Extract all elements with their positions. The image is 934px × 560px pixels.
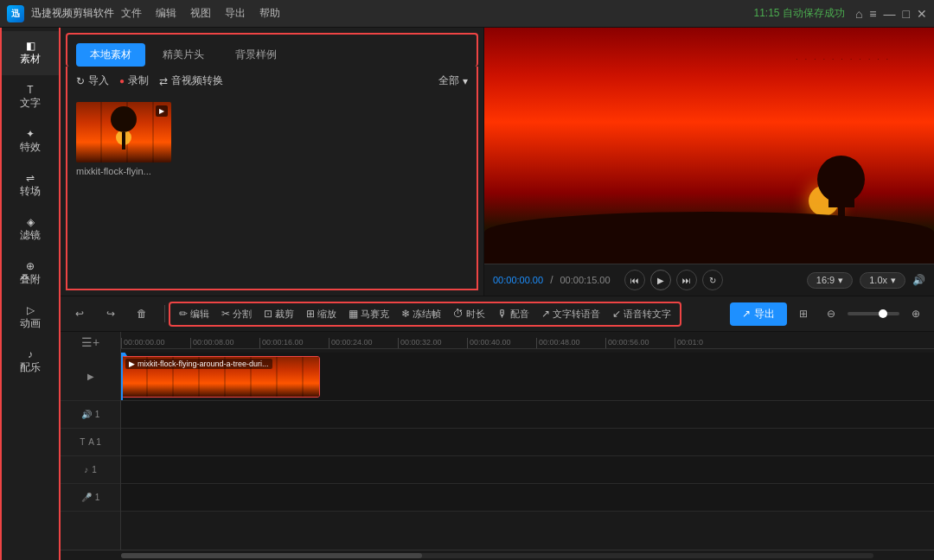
media-clip-item[interactable]: mixkit-flock-flyin... xyxy=(76,102,171,176)
sidebar-icon-overlay: ⊕ xyxy=(5,260,55,272)
preview-video: . . . . . . . . . . . xyxy=(484,28,934,264)
sidebar-item-overlay[interactable]: ⊕ 叠附 xyxy=(2,251,59,296)
logo-text: 迅 xyxy=(11,8,20,20)
menu-edit[interactable]: 编辑 xyxy=(156,6,176,21)
tab-background[interactable]: 背景样例 xyxy=(221,43,291,67)
video-clip[interactable]: ▶ mixkit-flock-flying-around-a-tree-duri… xyxy=(121,356,320,398)
delete-button[interactable]: 🗑 xyxy=(130,302,154,326)
music-track-label: 1 xyxy=(92,465,97,474)
sidebar-item-media[interactable]: ◧ 素材 xyxy=(2,31,59,75)
media-toolbar: ↻ 导入 ● 录制 ⇄ 音视频转换 全部 ▾ xyxy=(66,67,478,95)
mask-button[interactable]: ▦ 马赛克 xyxy=(343,305,394,323)
text-to-speech-button[interactable]: ↗ 文字转语音 xyxy=(536,305,605,323)
volume-button[interactable]: 🔊 xyxy=(912,274,925,286)
scale-icon: ⊞ xyxy=(306,308,315,320)
sidebar-item-transition[interactable]: ⇌ 转场 xyxy=(2,163,59,207)
tab-local-media[interactable]: 本地素材 xyxy=(76,43,145,67)
ruler-mark-6: 00:00:48.00 xyxy=(536,338,605,348)
clip-name-label: ▶ mixkit-flock-flying-around-a-tree-duri… xyxy=(125,359,272,369)
sidebar-item-music[interactable]: ♪ 配乐 xyxy=(2,340,59,384)
titlebar: 迅 迅捷视频剪辑软件 文件 编辑 视图 导出 帮助 11:15 自动保存成功 ⌂… xyxy=(0,0,934,28)
duration-button[interactable]: ⏱ 时长 xyxy=(448,305,490,323)
video-track-icon: ▶ xyxy=(87,372,94,381)
sidebar-item-filter[interactable]: ◈ 滤镜 xyxy=(2,207,59,251)
convert-icon: ⇄ xyxy=(159,75,168,87)
aspect-ratio-button[interactable]: 16:9 ▾ xyxy=(807,272,853,289)
menu-icon[interactable]: ≡ xyxy=(869,7,876,21)
record-button[interactable]: ● 录制 xyxy=(119,73,149,88)
convert-button[interactable]: ⇄ 音视频转换 xyxy=(159,73,223,88)
maximize-icon[interactable]: □ xyxy=(903,7,910,21)
sidebar-item-text[interactable]: T 文字 xyxy=(2,75,59,119)
fullscreen-button[interactable]: ⊞ xyxy=(792,302,815,325)
close-icon[interactable]: ✕ xyxy=(917,7,927,21)
time-separator: / xyxy=(550,274,553,286)
export-button[interactable]: ↗ 导出 xyxy=(730,302,787,326)
menu-file[interactable]: 文件 xyxy=(121,6,142,21)
voice-track-icon: 🎤 xyxy=(81,493,92,502)
text-track-label: A 1 xyxy=(88,437,100,447)
zoom-out-icon[interactable]: ⊖ xyxy=(820,302,842,325)
total-time: 00:00:15.00 xyxy=(560,275,610,285)
menu-export[interactable]: 导出 xyxy=(225,6,246,21)
timeline-scrollbar[interactable] xyxy=(61,550,934,560)
audio-icon: 🎙 xyxy=(497,308,508,320)
menu-view[interactable]: 视图 xyxy=(190,6,211,21)
play-button[interactable]: ▶ xyxy=(650,270,671,290)
redo-button[interactable]: ↪ xyxy=(99,302,123,326)
hill-graphic xyxy=(484,212,934,264)
audio-button[interactable]: 🎙 配音 xyxy=(492,305,534,323)
add-track-button[interactable]: ☰+ xyxy=(81,335,99,349)
audio1-label: 1 xyxy=(95,410,100,419)
tree-graphic xyxy=(111,119,137,154)
tab-premium-intro[interactable]: 精美片头 xyxy=(149,43,218,67)
edit-icon: ✏ xyxy=(179,308,188,320)
menu-help[interactable]: 帮助 xyxy=(259,6,280,21)
media-panel: 本地素材 精美片头 背景样例 ↻ 导入 ● 录制 ⇄ 音视频转换 xyxy=(61,28,484,296)
birds-graphic: . . . . . . . . . . . xyxy=(796,54,891,61)
edit-button[interactable]: ✏ 编辑 xyxy=(174,305,214,323)
track-label-text: T A 1 xyxy=(61,429,120,456)
sidebar-icon-media: ◧ xyxy=(5,40,55,52)
voice-track xyxy=(121,484,934,512)
sidebar-item-animation[interactable]: ▷ 动画 xyxy=(2,296,59,340)
toolbar-divider xyxy=(164,305,165,322)
ruler-mark-1: 00:00:08.00 xyxy=(190,338,259,348)
music-track-icon: ♪ xyxy=(84,465,88,474)
import-button[interactable]: ↻ 导入 xyxy=(76,73,109,88)
toolbar-right-controls: ⊞ ⊖ ⊕ xyxy=(792,302,927,325)
ruler-mark-2: 00:00:16.00 xyxy=(259,338,329,348)
playback-speed-button[interactable]: 1.0x ▾ xyxy=(860,272,905,289)
media-tabs: 本地素材 精美片头 背景样例 xyxy=(66,33,478,67)
app-logo: 迅 xyxy=(7,5,24,22)
playhead[interactable] xyxy=(121,353,123,400)
crop-button[interactable]: ⊡ 裁剪 xyxy=(259,305,299,323)
home-icon[interactable]: ⌂ xyxy=(855,7,862,21)
scrollbar-thumb[interactable] xyxy=(121,553,422,558)
mask-icon: ▦ xyxy=(349,308,358,320)
voice-track-label: 1 xyxy=(95,493,100,502)
speech-to-text-button[interactable]: ↙ 语音转文字 xyxy=(607,305,676,323)
minimize-icon[interactable]: — xyxy=(884,7,896,21)
zoom-in-icon[interactable]: ⊕ xyxy=(905,302,927,325)
track-label-audio1: 🔊 1 xyxy=(61,401,120,429)
split-button[interactable]: ✂ 分割 xyxy=(216,305,257,323)
loop-button[interactable]: ↻ xyxy=(702,270,723,290)
timeline-add-controls: ☰+ xyxy=(61,332,121,353)
zoom-slider[interactable] xyxy=(848,312,899,315)
sidebar-item-effects[interactable]: ✦ 特效 xyxy=(2,119,59,163)
timeline-ruler: 00:00:00.00 00:00:08.00 00:00:16.00 00:0… xyxy=(121,332,934,349)
freeze-button[interactable]: ❄ 冻结帧 xyxy=(396,305,446,323)
duration-icon: ⏱ xyxy=(453,308,464,320)
scale-button[interactable]: ⊞ 缩放 xyxy=(301,305,342,323)
ruler-mark-0: 00:00:00.00 xyxy=(121,338,190,348)
filter-dropdown[interactable]: 全部 ▾ xyxy=(438,73,468,88)
record-icon: ● xyxy=(119,76,125,86)
skip-back-button[interactable]: ⏮ xyxy=(624,270,645,290)
sidebar-icon-text: T xyxy=(5,84,55,96)
skip-forward-button[interactable]: ⏭ xyxy=(676,270,697,290)
timeline-tracks: ▶ 🔊 1 T A 1 ♪ 1 🎤 xyxy=(61,353,934,550)
undo-button[interactable]: ↩ xyxy=(67,302,92,326)
current-time: 00:00:00.00 xyxy=(493,275,543,285)
sidebar-icon-animation: ▷ xyxy=(5,304,55,316)
